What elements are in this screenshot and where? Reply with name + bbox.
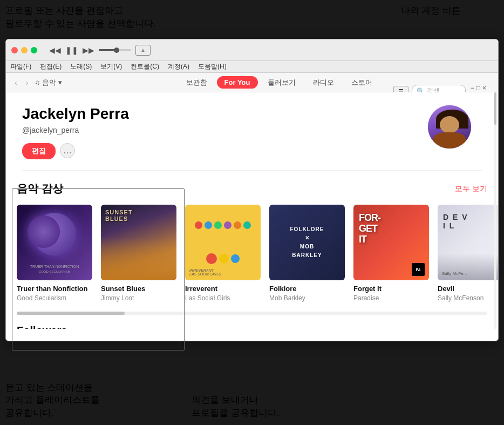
annotation-top-right: 나의 계정 버튼 [401,4,461,17]
tab-browse[interactable]: 둘러보기 [260,76,303,90]
album-title-5: Forget It [353,285,429,293]
menu-edit[interactable]: 편집(E) [40,62,62,71]
album-item[interactable]: D E VI L Sally McFe... Devil Sally McFen… [438,205,498,302]
pause-button[interactable]: ❚❚ [65,46,78,55]
annotation-bottom-left: 듣고 있는 스테이션을 가리고 플레이리스트를 공유합니다. [5,381,183,420]
win-minimize-right[interactable]: − [471,85,474,91]
forward-button[interactable]: ▶▶ [83,46,94,55]
profile-actions: 편집 … [22,143,428,159]
scrollbar-track [494,92,496,329]
folklore-overlay: FOLKLORE✕MOBBARKLEY [269,205,345,280]
zoom-button[interactable] [31,47,37,53]
win-close-right[interactable]: × [482,85,486,91]
album-artist-6: Sally McFenson [438,294,498,302]
menu-songs[interactable]: 노래(S) [70,62,92,71]
album-artist-1: Good Secularism [17,294,92,302]
album-artist-5: Paradise [353,294,429,302]
forget-text: FOR-GETIT [359,213,380,245]
see-all-button[interactable]: 모두 보기 [455,184,487,194]
win-restore-right[interactable]: □ [476,85,480,91]
album-item[interactable]: IRREVERANTLAS SOON GIRLS Irreverent Las … [185,205,261,302]
menu-controls[interactable]: 컨트롤(C) [131,62,159,71]
minimize-button[interactable] [21,47,28,53]
window-buttons-right: − □ × [471,85,486,91]
album-title-2: Sunset Blues [101,285,176,293]
album-artist-4: Mob Barkley [269,294,345,302]
nav-dropdown-icon[interactable]: ▾ [58,78,62,86]
album-item[interactable]: FOLKLORE✕MOBBARKLEY Folklore Mob Barkley [269,205,345,302]
section-title: 음악 감상 [17,181,63,196]
nav-music-section: ♫ 음악 ▾ [35,78,62,87]
avatar-image [428,105,471,149]
scroll-thumb [17,312,125,315]
album-item[interactable]: SUNSETBLUES Sunset Blues Jimmy Loot [101,205,176,302]
album-title-6: Devil [438,285,498,293]
annotation-bottom-right: 의견을 보내거나 프로필을 공유합니다. [192,394,343,420]
profile-name: Jackelyn Perra [22,105,428,123]
nav-back[interactable]: ‹ [12,78,19,87]
album-cover-6: D E VI L Sally McFe... [438,205,498,280]
rewind-button[interactable]: ◀◀ [49,46,61,55]
album-cover-4: FOLKLORE✕MOBBARKLEY [269,205,345,280]
annotation-top-left: 프로필 또는 사진을 편집하고 팔로우할 수 있는 사람을 선택합니다. [5,4,156,30]
devil-text: D E VI L [443,213,468,230]
window-controls [11,47,37,53]
tab-library[interactable]: 보관함 [179,76,215,90]
album-title-4: Folklore [269,285,345,293]
profile-handle: @jackelyn_perra [22,126,428,134]
avatar-body [433,132,466,149]
menu-help[interactable]: 도움말(H) [198,62,227,71]
followers-section: Followers [6,319,498,329]
close-button[interactable] [11,47,18,53]
avatar-face [440,116,459,133]
transport-controls: ◀◀ ❚❚ ▶▶ ▲ [43,45,157,56]
horizontal-scrollbar[interactable] [17,312,487,315]
tab-store[interactable]: 스토어 [344,76,380,90]
album-cover-5: FOR-GETIT PA [353,205,429,280]
album-title-1: Truer than Nonfiction [17,285,92,293]
airplay-icon: ▲ [140,47,146,53]
menu-account[interactable]: 계정(A) [168,62,189,71]
scrollbar-thumb [494,92,496,125]
itunes-window: ◀◀ ❚❚ ▶▶ ▲ ≡ 🔍 검색 − □ × [5,39,499,341]
more-button[interactable]: … [60,143,75,158]
menu-bar: 파일(F) 편집(E) 노래(S) 보기(V) 컨트롤(C) 계정(A) 도움말… [6,61,498,73]
album-cover-1: TRUER THAN NONFICTIONGOOD SECULARISM [17,205,92,280]
folklore-text: FOLKLORE✕MOBBARKLEY [290,225,324,260]
tab-for-you[interactable]: For You [217,76,258,89]
nav-music-label: 음악 [42,78,56,87]
title-bar: ◀◀ ❚❚ ▶▶ ▲ ≡ 🔍 검색 − □ × [6,39,498,61]
vertical-scrollbar[interactable] [494,92,497,329]
album-grid: TRUER THAN NONFICTIONGOOD SECULARISM Tru… [17,205,487,302]
album-item[interactable]: TRUER THAN NONFICTIONGOOD SECULARISM Tru… [17,205,92,302]
volume-thumb [114,48,119,53]
avatar [428,105,471,149]
edit-button[interactable]: 편집 [22,143,56,159]
profile-section: Jackelyn Perra @jackelyn_perra 편집 … [6,92,498,170]
album-artist-3: Las Social Girls [185,294,261,302]
tab-radio[interactable]: 라디오 [305,76,342,90]
album-cover-3: IRREVERANTLAS SOON GIRLS [185,205,261,280]
followers-title: Followers [17,325,487,329]
menu-view[interactable]: 보기(V) [100,62,122,71]
album-title-3: Irreverent [185,285,261,293]
volume-slider[interactable] [99,49,131,51]
airplay-button[interactable]: ▲ [135,45,151,56]
album-cover-2: SUNSETBLUES [101,205,176,280]
profile-info: Jackelyn Perra @jackelyn_perra 편집 … [22,105,428,159]
listening-section: 음악 감상 모두 보기 TRUER THAN NONFICTIONGOOD SE… [6,171,498,307]
nav-forward[interactable]: › [24,78,31,87]
music-note-icon: ♫ [35,78,40,86]
album-item[interactable]: FOR-GETIT PA Forget It Paradise [353,205,429,302]
main-content: Jackelyn Perra @jackelyn_perra 편집 … 음악 감… [6,92,498,329]
album-artist-2: Jimmy Loot [101,294,176,302]
menu-file[interactable]: 파일(F) [10,62,31,71]
section-header: 음악 감상 모두 보기 [17,181,487,196]
